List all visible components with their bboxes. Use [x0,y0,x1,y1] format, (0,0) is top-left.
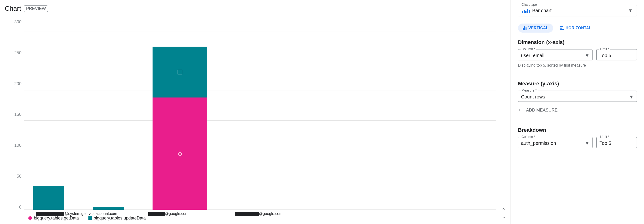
y-tick-200: 200 [14,81,22,86]
right-panel: Chart type Bar chart ▼ VERTICAL [510,0,644,224]
chart-area: Chart PREVIEW 300 250 200 150 100 50 0 [0,0,510,224]
breakdown-limit-value: Top 5 [600,140,611,146]
orientation-buttons: VERTICAL HORIZONTAL [518,23,637,33]
chart-type-content: Bar chart [522,8,552,13]
breakdown-limit-content: Top 5 [600,140,634,146]
measure-field[interactable]: Measure * Count rows ▼ [518,91,637,102]
chart-type-value: Bar chart [532,8,552,13]
y-tick-250: 250 [14,50,22,55]
diamond-icon: ◇ [178,150,182,157]
column-field-content: user_email ▼ [521,53,590,58]
column-field-label: Column * [520,47,536,51]
legend-label-2: bigquery.tables.updateData [94,216,146,221]
scroll-indicator[interactable]: ⌃ ⌄ [502,208,506,219]
bar-segment-teal-1 [33,186,64,210]
y-tick-100: 100 [14,143,22,148]
bar-group-1 [33,186,64,210]
horizontal-label: HORIZONTAL [566,26,592,30]
breakdown-section-title: Breakdown [518,127,637,133]
chevron-up-icon[interactable]: ⌃ [502,208,506,213]
breakdown-dropdown-arrow[interactable]: ▼ [585,140,590,146]
bar-segment-teal-3 [152,47,207,98]
bar5 [529,10,530,13]
bar-group-2 [93,207,124,210]
dimension-section-title: Dimension (x-axis) [518,39,637,45]
dimension-helper-text: Displaying top 5, sorted by first measur… [518,63,637,68]
column-field-value: user_email [521,53,544,58]
bar-segment-teal-2 [93,207,124,210]
vertical-bar-icon [523,26,526,30]
horizontal-button[interactable]: HORIZONTAL [555,23,596,33]
breakdown-column-field[interactable]: Column * auth_permission ▼ [518,137,592,148]
chart-type-section: Chart type Bar chart ▼ [518,5,637,16]
chart-plot-area: ◇ @system.gserviceaccount.com @go [24,19,510,224]
breakdown-section: Breakdown Column * auth_permission ▼ Lim… [518,127,637,148]
bar2 [524,10,525,13]
bar-stack-3: ◇ [152,47,207,210]
add-measure-button[interactable]: + + ADD MEASURE [518,107,558,114]
y-axis: 300 250 200 150 100 50 0 [5,19,24,224]
bar4 [527,9,528,13]
square-icon [178,70,182,74]
chart-container: 300 250 200 150 100 50 0 [5,19,510,224]
breakdown-column-value: auth_permission [521,140,556,146]
limit-field[interactable]: Limit * Top 5 [596,49,637,60]
y-tick-0: 0 [19,205,22,210]
plus-icon: + [518,108,521,113]
bar-stack-2 [93,207,124,210]
bar-stack-1 [33,186,64,210]
chart-title: Chart [5,5,21,12]
bar-segment-pink-3: ◇ [152,98,207,210]
measure-dropdown-arrow[interactable]: ▼ [629,94,634,100]
bar-group-3: ◇ [152,47,207,210]
legend-square-icon [88,216,92,220]
chevron-down-icon[interactable]: ⌄ [502,214,506,219]
breakdown-limit-label: Limit * [599,135,610,139]
horizontal-bar-icon [560,26,564,30]
measure-field-content: Count rows ▼ [521,94,634,100]
limit-field-content: Top 5 [600,53,634,58]
bars-container: ◇ [24,19,496,210]
measure-field-value: Count rows [521,94,545,100]
legend-item-2: bigquery.tables.updateData [88,216,146,221]
measure-fields: Measure * Count rows ▼ [518,91,637,102]
vertical-label: VERTICAL [528,26,548,30]
column-field[interactable]: Column * user_email ▼ [518,49,592,60]
y-tick-150: 150 [14,112,22,117]
add-measure-label: + ADD MEASURE [523,108,558,113]
bar-chart-icon [522,8,530,13]
measure-field-label: Measure * [520,89,538,92]
legend-label-1: bigquery.tables.getData [34,216,79,221]
measure-section-title: Measure (y-axis) [518,81,637,87]
chart-type-field-label: Chart type [520,2,538,6]
chart-header: Chart PREVIEW [5,5,510,12]
limit-field-label: Limit * [599,47,610,51]
legend-diamond-icon [28,216,33,221]
bar1 [522,11,523,13]
dimension-fields: Column * user_email ▼ Limit * Top 5 [518,49,637,60]
chart-type-dropdown-arrow[interactable]: ▼ [628,8,633,13]
measure-section: Measure (y-axis) Measure * Count rows ▼ … [518,81,637,114]
dimension-section: Dimension (x-axis) Column * user_email ▼… [518,39,637,68]
divider-2 [518,121,637,121]
y-tick-300: 300 [14,19,22,24]
legend-item-1: bigquery.tables.getData [28,216,79,221]
y-tick-50: 50 [17,174,22,179]
breakdown-column-label: Column * [520,135,536,139]
bar3 [525,11,526,13]
preview-badge: PREVIEW [24,5,48,12]
breakdown-limit-field[interactable]: Limit * Top 5 [596,137,637,148]
breakdown-column-content: auth_permission ▼ [521,140,590,146]
limit-field-value: Top 5 [600,53,611,58]
chart-type-selector[interactable]: Chart type Bar chart ▼ [518,5,637,16]
breakdown-fields: Column * auth_permission ▼ Limit * Top 5 [518,137,637,148]
vertical-button[interactable]: VERTICAL [518,23,553,33]
divider-1 [518,75,637,75]
legend-area: bigquery.tables.getData bigquery.tables.… [19,212,496,224]
column-dropdown-arrow[interactable]: ▼ [585,53,590,58]
